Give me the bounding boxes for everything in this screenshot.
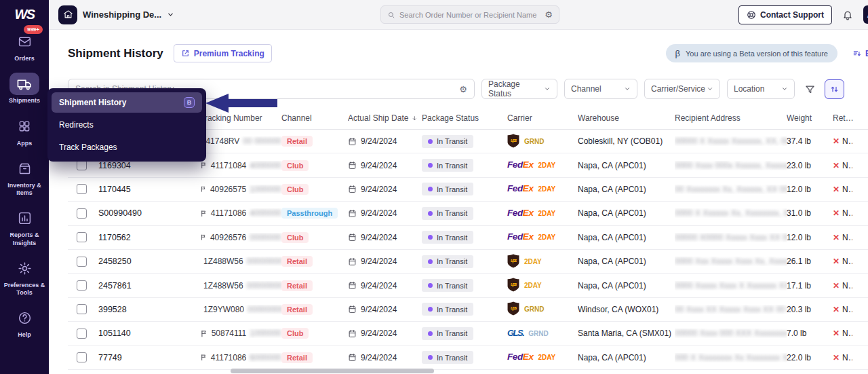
status-dot <box>428 187 433 191</box>
service-level: 2DAY <box>538 233 556 241</box>
order-number-cell: 399528 <box>98 305 200 314</box>
channel-badge: Club <box>281 184 309 195</box>
row-checkbox[interactable] <box>77 232 87 242</box>
carrier-logo-ups-icon: ups <box>507 301 519 316</box>
returns-cell: ✕No <box>833 305 860 314</box>
channel-cell: Retail <box>281 304 348 315</box>
table-row[interactable]: 24578611Z488W5600000000Retail9/24/2024In… <box>68 274 868 297</box>
sort-order-button[interactable] <box>825 79 844 99</box>
table-row[interactable]: 24582501Z488W5600000000Retail9/24/2024In… <box>68 250 868 274</box>
flag-icon <box>200 353 208 362</box>
user-avatar[interactable]: AS <box>863 5 868 24</box>
table-row[interactable]: 3995281Z9YW08000000000Retail9/24/2024In … <box>68 298 868 322</box>
global-search[interactable]: ⚙ <box>380 5 559 24</box>
sidebar-item-reports-insights[interactable]: Reports & Insights <box>1 207 47 247</box>
col-weight[interactable]: Weight <box>787 113 833 123</box>
chevron-down-icon <box>781 86 788 92</box>
sidebar-item-orders[interactable]: 999+Orders <box>1 31 47 62</box>
weight-cell: 20.3 lb <box>787 305 833 314</box>
carrier-service-filter[interactable]: Carrier/Service <box>644 79 720 99</box>
global-search-input[interactable] <box>399 11 540 19</box>
col-channel[interactable]: Channel <box>281 113 348 123</box>
horizontal-scrollbar[interactable] <box>231 369 434 373</box>
status-cell: In Transit <box>422 303 507 316</box>
search-settings-gear-icon[interactable]: ⚙ <box>459 85 467 94</box>
returns-cell: ✕No <box>833 257 860 266</box>
col-warehouse[interactable]: Warehouse <box>578 113 675 123</box>
table-row[interactable]: S00990490411710864000000Passthrough9/24/… <box>68 202 868 225</box>
row-checkbox[interactable] <box>77 329 87 339</box>
premium-tracking-button[interactable]: Premium Tracking <box>174 44 272 62</box>
channel-filter[interactable]: Channel <box>564 79 637 99</box>
col-returns[interactable]: Returns <box>833 113 860 123</box>
order-number-cell: 1051140 <box>98 329 200 338</box>
search-settings-gear-icon[interactable]: ⚙ <box>545 10 553 19</box>
channel-badge: Retail <box>281 256 313 267</box>
tracking-number-cell: 41748RV00 000000 <box>200 136 281 146</box>
no-return-x-icon: ✕ <box>833 233 840 242</box>
col-tracking-number[interactable]: Tracking Number <box>200 113 281 123</box>
sidebar-item-inventory-items[interactable]: Inventory & Items <box>1 157 47 198</box>
warehouse-cell: Napa, CA (APC01) <box>578 161 675 170</box>
row-checkbox[interactable] <box>77 304 87 314</box>
service-level: GRND <box>524 305 544 313</box>
col-recipient-address[interactable]: Recipient Address <box>675 113 787 123</box>
sidebar-item-label: Help <box>18 331 31 339</box>
col-actual-ship-date[interactable]: Actual Ship Date <box>348 113 422 123</box>
select-cell <box>68 232 98 242</box>
account-switcher[interactable]: Wineshipping De... <box>58 5 174 24</box>
filter-label: Location <box>734 84 764 94</box>
redacted-address: 00000 Xxxx 000 XXX Xxxxxxxx X... <box>675 329 787 338</box>
sidebar-item-help[interactable]: Help <box>1 307 47 339</box>
package-status-filter[interactable]: Package Status <box>481 79 557 99</box>
location-filter[interactable]: Location <box>727 79 795 99</box>
col-package-status[interactable]: Package Status <box>422 113 507 123</box>
channel-badge: Club <box>281 328 309 339</box>
col-carrier[interactable]: Carrier <box>507 113 578 123</box>
table-body: 41748RV00 000000Retail9/24/2024In Transi… <box>68 130 868 370</box>
table-row[interactable]: 77749411710866000000Retail9/24/2024In Tr… <box>68 346 868 370</box>
notifications-bell-icon[interactable] <box>842 10 853 20</box>
calendar-icon <box>348 257 357 266</box>
weight-cell: 7.0 lb <box>787 329 833 338</box>
status-dot <box>428 211 433 216</box>
sidebar-item-label: Reports & Insights <box>3 231 45 247</box>
row-checkbox[interactable] <box>77 160 87 170</box>
flag-icon <box>200 329 208 338</box>
table-row[interactable]: 1051140508741111000000Club9/24/2024In Tr… <box>68 322 868 345</box>
sidebar-item-preferences-tools[interactable]: Preferences & Tools <box>1 257 47 297</box>
help-icon <box>9 307 39 329</box>
warehouse-cell: Napa, CA (APC01) <box>578 185 675 194</box>
redacted-address: 00 Xxxxxxxx Xx, Xxxxxx, XX 0000 <box>675 185 787 194</box>
table-row[interactable]: 1170562409265760000000Club9/24/2024In Tr… <box>68 226 868 250</box>
advanced-filter-funnel-icon[interactable] <box>802 79 818 98</box>
service-level: 2DAY <box>538 354 556 361</box>
status-dot <box>428 235 433 240</box>
menu-item-shipment-history[interactable]: Shipment HistoryB <box>52 92 202 113</box>
contact-support-button[interactable]: Contact Support <box>738 5 832 24</box>
carrier-logo-ups: ups <box>507 301 519 316</box>
row-checkbox[interactable] <box>77 208 87 219</box>
carrier-logo-fedex: FedEx <box>507 231 534 242</box>
carrier-logo-fedex: FedEx <box>507 352 534 362</box>
menu-item-track-packages[interactable]: Track Packages <box>52 137 202 157</box>
row-checkbox[interactable] <box>77 257 87 267</box>
row-checkbox[interactable] <box>77 352 87 362</box>
row-checkbox[interactable] <box>77 184 87 194</box>
status-cell: In Transit <box>422 183 507 195</box>
channel-cell: Retail <box>281 256 348 267</box>
menu-item-redirects[interactable]: Redirects <box>52 115 202 135</box>
service-level: GRND <box>528 330 548 337</box>
apps-grid-icon <box>9 115 39 138</box>
carrier-logo-ups: ups <box>507 254 519 268</box>
carrier-logo-ups-icon: ups <box>507 254 519 268</box>
table-row[interactable]: 1170445409265751000000Club9/24/2024In Tr… <box>68 178 868 202</box>
warehouse-cell: Napa, CA (APC01) <box>578 208 675 218</box>
service-level: 2DAY <box>524 282 542 289</box>
sidebar-item-apps[interactable]: Apps <box>1 115 47 147</box>
export-button[interactable]: Export <box>852 49 868 58</box>
sidebar-item-shipments[interactable]: Shipments <box>1 73 47 105</box>
carrier-logo-fedex: FedEx <box>507 160 534 170</box>
warehouse-cell: Santa Maria, CA (SMX01) <box>578 329 675 338</box>
row-checkbox[interactable] <box>77 280 87 291</box>
